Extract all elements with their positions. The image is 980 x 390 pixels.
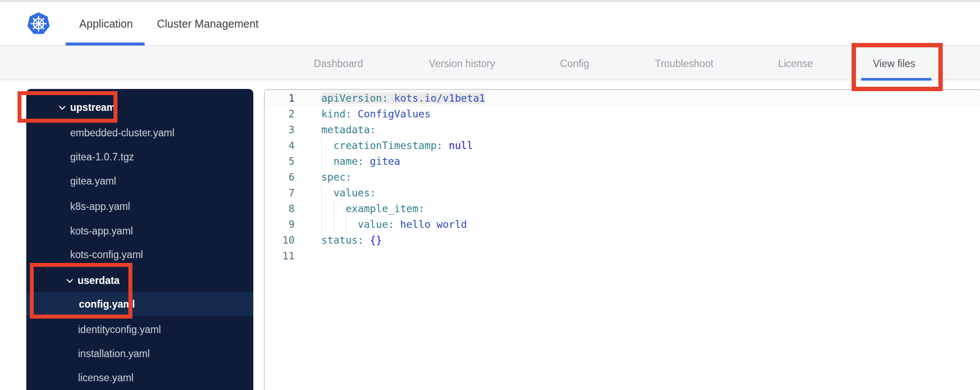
code-line[interactable]: 8 example_item: xyxy=(265,201,980,216)
code-line[interactable]: 1 apiVersion: kots.io/v1beta1 xyxy=(265,90,980,106)
kots-admin-console: Application Cluster Management Dashboard… xyxy=(0,0,980,390)
tree-file-gitea-tgz[interactable]: gitea-1.0.7.tgz xyxy=(26,145,253,169)
subnav-dashboard[interactable]: Dashboard xyxy=(314,46,363,80)
code-line[interactable]: 4 creationTimestamp: null xyxy=(265,138,980,153)
tab-cluster-management[interactable]: Cluster Management xyxy=(157,2,259,45)
file-tree: upstream embedded-cluster.yaml gitea-1.0… xyxy=(26,89,253,390)
code-line[interactable]: 11 xyxy=(265,248,980,264)
annotation-box-upstream xyxy=(18,91,117,123)
tree-file-embedded-cluster[interactable]: embedded-cluster.yaml xyxy=(26,121,253,145)
subnav-license[interactable]: License xyxy=(778,46,813,80)
tab-application[interactable]: Application xyxy=(79,2,133,45)
tree-file-gitea-yaml[interactable]: gitea.yaml xyxy=(26,169,253,193)
code-line[interactable]: 5 name: gitea xyxy=(265,153,980,169)
tree-file-identityconfig[interactable]: identityconfig.yaml xyxy=(26,318,253,341)
file-viewer-editor[interactable]: 1 apiVersion: kots.io/v1beta1 2 kind: Co… xyxy=(264,89,980,390)
tree-file-installation[interactable]: installation.yaml xyxy=(26,342,253,365)
app-subnav: Dashboard Version history Config Trouble… xyxy=(0,46,980,80)
subnav-version-history[interactable]: Version history xyxy=(429,46,495,80)
tree-file-k8s-app[interactable]: k8s-app.yaml xyxy=(26,195,253,218)
code-line[interactable]: 3 metadata: xyxy=(265,122,980,138)
kubernetes-logo[interactable] xyxy=(26,11,51,36)
tree-file-kots-app[interactable]: kots-app.yaml xyxy=(26,219,253,243)
code-line[interactable]: 7 values: xyxy=(265,185,980,201)
code-line[interactable]: 10 status: {} xyxy=(265,232,980,248)
code-line[interactable]: 2 kind: ConfigValues xyxy=(265,106,980,122)
active-tab-underline xyxy=(66,43,145,46)
subnav-troubleshoot[interactable]: Troubleshoot xyxy=(655,46,713,80)
code-line[interactable]: 9 value: hello world xyxy=(265,216,980,232)
yaml-code: 1 apiVersion: kots.io/v1beta1 2 kind: Co… xyxy=(265,90,980,390)
app-header: Application Cluster Management xyxy=(0,2,980,46)
subnav-config[interactable]: Config xyxy=(560,46,589,80)
tree-file-license[interactable]: license.yaml xyxy=(26,366,253,390)
annotation-box-userdata-config xyxy=(30,263,132,319)
code-line[interactable]: 6 spec: xyxy=(265,169,980,185)
annotation-box-view-files xyxy=(852,43,943,91)
